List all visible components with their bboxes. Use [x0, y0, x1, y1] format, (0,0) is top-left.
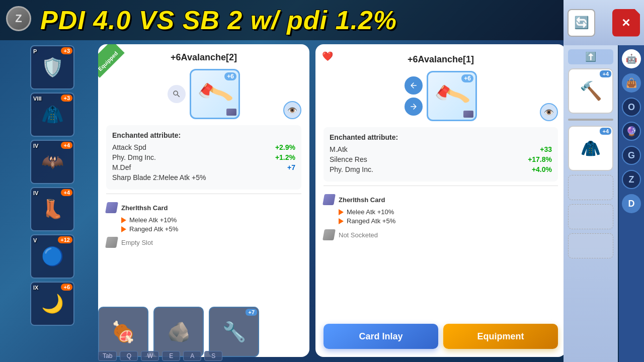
- right-card-effect-text-1: Melee Atk +10%: [347, 208, 394, 216]
- right-card-effect-2: Ranged Atk +5%: [339, 217, 558, 225]
- stat-val-3: +7: [287, 163, 295, 171]
- sidebar-item-5[interactable]: V +12 🔵: [30, 234, 74, 279]
- sidebar-badge-5: +12: [58, 236, 72, 243]
- key-tab[interactable]: Tab: [98, 351, 117, 361]
- sidebar-icon-3: 🦇: [41, 151, 64, 172]
- left-card-effect-2: Ranged Atk +5%: [121, 225, 301, 233]
- sidebar-icon-4: 👢: [41, 199, 64, 220]
- sidebar-item-4[interactable]: IV +4 👢: [30, 187, 74, 231]
- sidebar-icon-2: 🧥: [41, 104, 64, 125]
- sidebar-badge-4: +4: [61, 189, 72, 196]
- keyboard-shortcuts: Tab Q W E A S: [98, 351, 564, 361]
- r-stat-label-1: M.Atk: [330, 145, 348, 153]
- divider-left: [106, 194, 301, 194]
- close-button[interactable]: ×: [612, 9, 640, 37]
- divider-right: [324, 186, 558, 186]
- sidebar-icon-1: 🛡️: [41, 57, 64, 78]
- sidebar-badge-3: +4: [61, 142, 72, 149]
- bottom-item-1[interactable]: 🍖: [98, 307, 148, 357]
- left-card-effect-text-1: Melee Atk +10%: [129, 216, 177, 224]
- card-icon-left: [105, 202, 118, 213]
- right-icons-col: 🤖 👜 O 🔮 G Z D: [619, 45, 644, 362]
- refresh-button[interactable]: 🔄: [568, 9, 595, 37]
- sidebar-badge-6: +6: [61, 284, 72, 291]
- eye-icon-right[interactable]: 👁️: [540, 103, 558, 121]
- not-socketed-row: Not Socketed: [324, 229, 558, 240]
- weapon-container-left: +6 🪓 👁️: [106, 69, 301, 119]
- icon-bag[interactable]: 👜: [622, 73, 641, 93]
- bottom-icon-1: 🍖: [111, 320, 136, 344]
- left-card-name: Zherlthsh Card: [121, 204, 168, 212]
- weapon-plus-right: +6: [461, 74, 473, 82]
- key-a[interactable]: A: [183, 351, 201, 361]
- r-stat-val-3: +4.0%: [532, 165, 552, 173]
- icon-d-label: D: [628, 199, 635, 209]
- key-q[interactable]: Q: [120, 351, 138, 361]
- icon-gem[interactable]: 🔮: [622, 122, 641, 141]
- equipment-button[interactable]: Equipment: [443, 324, 558, 349]
- right-col-items: ⬆️ +4 🔨 +4 🧥: [564, 45, 618, 362]
- key-s[interactable]: S: [204, 351, 222, 361]
- stat-row-4: Sharp Blade 2:Melee Atk +5%: [112, 173, 295, 182]
- rc-item-5: [568, 233, 613, 258]
- right-panel-title: +6Avalanche[1]: [324, 52, 558, 65]
- stat-label-3: M.Def: [112, 163, 131, 171]
- stat-label-4: Sharp Blade 2:Melee Atk +5%: [112, 173, 206, 182]
- rc-badge-1: +4: [600, 70, 611, 77]
- empty-slot-icon: [105, 237, 118, 248]
- icon-robot[interactable]: 🤖: [622, 49, 641, 68]
- icon-d[interactable]: D: [622, 194, 641, 213]
- icon-z[interactable]: Z: [622, 170, 641, 189]
- rc-item-4: [568, 204, 613, 229]
- weapon-box-left: +6 🪓: [190, 69, 240, 119]
- page-title: PDI 4.0 VS SB 2 w/ pdi 1.2%: [40, 5, 397, 35]
- card-icon-right: [323, 194, 336, 205]
- right-stats-section: Enchanted attribute: M.Atk +33 Silence R…: [324, 127, 558, 182]
- icon-o[interactable]: O: [622, 98, 641, 117]
- weapon-box-right: +6 🪓: [427, 71, 477, 121]
- bottom-item-3[interactable]: +7 🔧: [209, 307, 259, 357]
- bullet-icon-1: [121, 217, 126, 223]
- z-button[interactable]: Z: [6, 6, 31, 31]
- top-right-panel: 🔄 ×: [564, 0, 644, 45]
- rc-item-2[interactable]: +4 🧥: [568, 126, 613, 171]
- r-stat-val-2: +17.8%: [528, 155, 552, 163]
- icon-o-label: O: [628, 102, 635, 113]
- stat-label-1: Attack Spd: [112, 143, 146, 151]
- stat-row-2: Phy. Dmg Inc. +1.2%: [112, 153, 295, 161]
- right-card-name: Zherlthsh Card: [339, 196, 385, 204]
- sidebar-item-2[interactable]: VIII +3 🧥: [30, 93, 74, 137]
- icon-g[interactable]: G: [622, 146, 641, 165]
- icon-g-label: G: [628, 150, 635, 161]
- key-w[interactable]: W: [141, 351, 159, 361]
- sidebar-icon-6: 🌙: [41, 293, 64, 314]
- right-card-effect-1: Melee Atk +10%: [339, 208, 558, 216]
- left-card-section: Zherlthsh Card Melee Atk +10% Ranged Atk…: [106, 202, 301, 248]
- bottom-icon-2: 🪨: [167, 321, 191, 343]
- stat-val-2: +1.2%: [275, 153, 295, 161]
- weapon-plus-left: +6: [224, 72, 236, 80]
- not-socketed-icon: [323, 229, 336, 240]
- rc-top-arrow: ⬆️: [568, 49, 613, 64]
- rc-item-1[interactable]: +4 🔨: [568, 68, 613, 114]
- empty-slot: Empty Slot: [106, 237, 301, 248]
- bottom-item-2[interactable]: 🪨: [153, 307, 204, 357]
- weapon-container-right: +6 🪓 👁️: [324, 71, 558, 121]
- sidebar-item-3[interactable]: IV +4 🦇: [30, 140, 74, 184]
- key-e[interactable]: E: [162, 351, 180, 361]
- right-card-section: Zherlthsh Card Melee Atk +10% Ranged Atk…: [324, 194, 558, 240]
- sidebar-label-2: VIII: [33, 96, 42, 102]
- right-stats-header: Enchanted attribute:: [330, 133, 552, 141]
- left-sidebar: P +3 🛡️ VIII +3 🧥 IV +4 🦇 IV +4 👢 V +12 …: [30, 45, 75, 326]
- stat-val-1: +2.9%: [275, 143, 295, 151]
- sidebar-item-1[interactable]: P +3 🛡️: [30, 45, 74, 89]
- eye-icon-left[interactable]: 👁️: [283, 101, 301, 119]
- sidebar-badge-2: +3: [61, 95, 72, 102]
- bottom-badge-3: +7: [246, 309, 257, 316]
- left-panel-title: +6Avalanche[2]: [106, 52, 301, 63]
- sidebar-label-4: IV: [33, 190, 38, 196]
- bottom-items-row: 🍖 🪨 +7 🔧: [98, 307, 259, 357]
- sidebar-badge-1: +3: [61, 47, 72, 54]
- card-inlay-button[interactable]: Card Inlay: [324, 324, 438, 349]
- sidebar-item-6[interactable]: IX +6 🌙: [30, 282, 74, 326]
